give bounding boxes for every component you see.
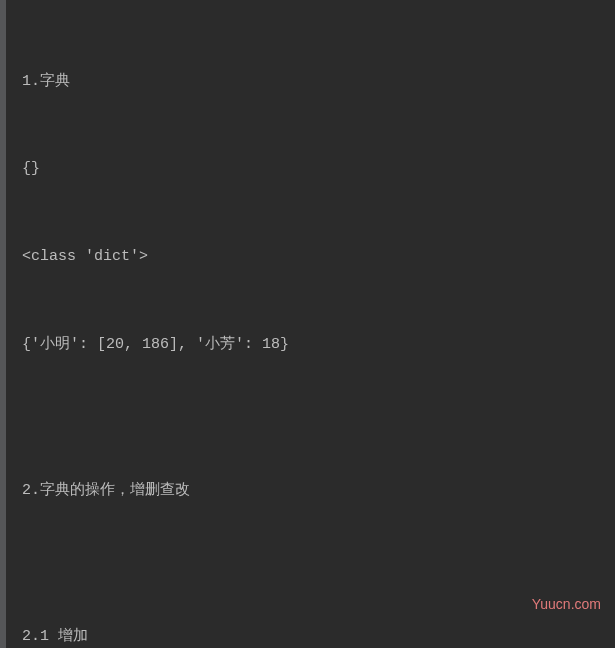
editor-gutter [0,0,6,648]
output-line: 1.字典 [22,67,615,96]
output-line: {'小明': [20, 186], '小芳': 18} [22,330,615,359]
output-line: <class 'dict'> [22,242,615,271]
watermark-text: Yuucn.com [532,596,601,612]
output-line: {} [22,154,615,183]
output-line: 2.字典的操作，增删查改 [22,476,615,505]
output-line: 2.1 增加 [22,622,615,648]
console-output: 1.字典 {} <class 'dict'> {'小明': [20, 186],… [8,8,615,648]
